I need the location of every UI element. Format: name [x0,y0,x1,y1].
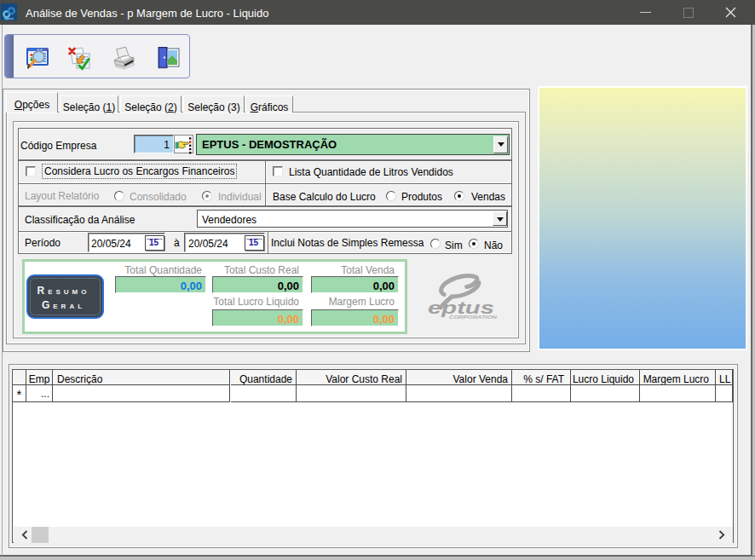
svg-text:CORPORATION: CORPORATION [449,315,498,320]
svg-text:eptus: eptus [4,16,14,20]
